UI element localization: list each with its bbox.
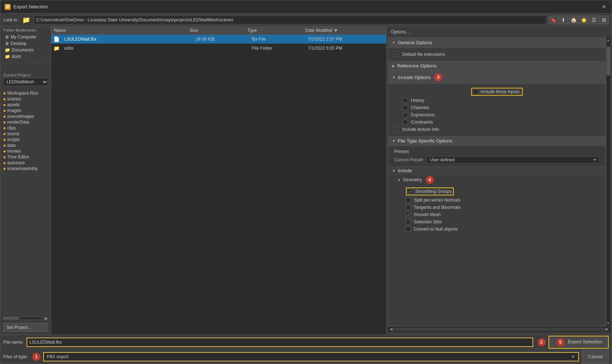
sidebar-item-time-editor[interactable]: ■ Time Editor xyxy=(0,154,51,160)
texture-info-checkbox[interactable] xyxy=(394,127,399,132)
sidebar-item-my-computer[interactable]: 🖥 My Computer xyxy=(3,34,48,40)
general-options-header[interactable]: ▼ General Options xyxy=(388,38,605,48)
scroll-left-btn[interactable]: ◀ xyxy=(389,327,392,331)
folder-icon: 📁 xyxy=(22,16,30,24)
set-project-button[interactable]: Set Project... xyxy=(3,323,48,332)
file-type-options-header[interactable]: ▼ File Type Specific Options xyxy=(388,136,605,146)
geometry-header[interactable]: ▼ Geometry 4 xyxy=(388,175,605,185)
toolbar-list-btn[interactable]: ☰ xyxy=(589,16,599,24)
history-checkbox[interactable] xyxy=(403,98,408,103)
assets-icon: ■ xyxy=(3,103,6,107)
col-date-header[interactable]: Date Modified ▼ xyxy=(302,26,386,34)
sidebar-item-desktop[interactable]: 🖥 Desktop xyxy=(3,40,48,47)
general-options-title: General Options xyxy=(398,40,432,45)
col-size-header[interactable]: Size xyxy=(187,26,245,34)
workspace-root-label: Workspace Roo xyxy=(7,91,38,96)
step-badge-3: 3 xyxy=(434,73,442,81)
options-title: Options... xyxy=(387,26,612,37)
expressions-checkbox[interactable] xyxy=(403,112,408,117)
selection-sets-checkbox[interactable] xyxy=(406,219,411,224)
scroll-thumb[interactable] xyxy=(607,46,610,75)
file-size xyxy=(193,47,249,49)
options-panel: Options... ▼ General Options Default fil… xyxy=(387,26,612,335)
sidebar-item-label: sourceimages xyxy=(7,114,34,119)
options-scroll[interactable]: ▼ General Options Default file extension… xyxy=(388,37,606,326)
vertical-scrollbar[interactable]: ▲ ▼ xyxy=(606,37,610,326)
project-dropdown[interactable]: LEDWallMesh xyxy=(3,78,48,86)
files-type-dropdown-arrow[interactable]: ▼ xyxy=(568,353,578,360)
sidebar-item-renderdata[interactable]: ■ renderData xyxy=(0,119,51,125)
smoothing-groups-row: Smoothing Groups xyxy=(406,186,588,197)
reference-options-header[interactable]: ▶ Reference Options xyxy=(388,61,605,71)
renderdata-icon: ■ xyxy=(3,120,6,124)
toolbar-grid-btn[interactable]: ⊞ xyxy=(599,16,609,24)
step-badge-5: 5 xyxy=(556,338,564,346)
toolbar-up-btn[interactable]: ⬆ xyxy=(559,16,568,24)
sidebar-item-sceneassembly[interactable]: ■ sceneAssembly xyxy=(0,166,51,171)
scroll-up-btn[interactable]: ▲ xyxy=(606,37,610,43)
filename-input[interactable] xyxy=(26,338,533,347)
sidebar-item-label: My Computer xyxy=(11,34,37,40)
sidebar-item-scripts[interactable]: ■ scripts xyxy=(0,137,51,142)
include-sub-header[interactable]: ▼ Include xyxy=(388,167,605,175)
file-icon-cell: 📄 xyxy=(51,36,61,42)
file-type-options-title: File Type Specific Options xyxy=(398,138,452,144)
sidebar-item-label: images xyxy=(7,108,21,113)
expand-arrow: ▶ xyxy=(392,64,395,68)
data-icon: ■ xyxy=(3,143,6,148)
sidebar-item-dostr[interactable]: 📁 dostr xyxy=(3,53,48,60)
step-badge-2: 2 xyxy=(538,338,546,346)
sidebar-item-scenes[interactable]: ■ scenes xyxy=(0,96,51,102)
file-row[interactable]: 📄 LSULEDWall.fbx 24.09 KiB fbx File 7/2/… xyxy=(51,35,386,44)
preset-dropdown-arrow[interactable]: ▼ xyxy=(591,157,599,163)
sidebar-item-label: scripts xyxy=(7,137,20,142)
file-date: 7/1/2022 6:05 PM xyxy=(305,45,386,51)
sidebar-item-assets[interactable]: ■ assets xyxy=(0,102,51,108)
files-type-bar: Files of type: 1 FBX export ▼ Cancel xyxy=(0,349,612,364)
include-options-header[interactable]: ▼ Include Options 3 xyxy=(388,71,605,84)
constraints-checkbox[interactable] xyxy=(403,120,408,125)
smooth-mesh-label: Smooth Mesh xyxy=(414,212,441,217)
sidebar-item-images[interactable]: ■ images xyxy=(0,108,51,113)
toolbar-home-btn[interactable]: 🏠 xyxy=(569,16,578,24)
sidebar-item-sourceimages[interactable]: ■ sourceimages xyxy=(0,113,51,119)
tangents-checkbox[interactable] xyxy=(406,205,411,210)
sidebar-item-data[interactable]: ■ data xyxy=(0,142,51,148)
workspace-root-icon: ■ xyxy=(3,91,6,95)
toolbar-star-btn[interactable]: ⭐ xyxy=(579,16,588,24)
export-selection-button[interactable]: 5 Export Selection xyxy=(548,336,609,349)
sidebar-item-clips[interactable]: ■ clips xyxy=(0,125,51,131)
smoothing-groups-checkbox[interactable] xyxy=(408,189,413,194)
include-inputs-checkbox[interactable] xyxy=(473,89,478,94)
col-type-header[interactable]: Type xyxy=(245,26,303,34)
step-badge-1: 1 xyxy=(32,353,40,361)
scroll-dots: · · · · · · xyxy=(16,66,35,70)
convert-null-checkbox[interactable] xyxy=(406,227,411,232)
toolbar-bookmark-btn[interactable]: 🔖 xyxy=(548,16,558,24)
channels-checkbox[interactable] xyxy=(403,105,408,110)
h-scroll-track[interactable] xyxy=(392,328,606,331)
scroll-down-btn[interactable]: ▼ xyxy=(606,320,610,326)
sidebar-item-workspace-root[interactable]: ■ Workspace Roo xyxy=(0,90,51,96)
file-icon-cell: 📁 xyxy=(51,45,61,51)
file-type-options-body: Presets Current Preset: User defined ▼ xyxy=(388,146,605,234)
expand-arrow: ▼ xyxy=(397,178,401,182)
expand-arrow: ▼ xyxy=(392,75,396,79)
history-row: History xyxy=(394,97,600,104)
step-badge-4: 4 xyxy=(426,176,434,184)
close-button[interactable]: ✕ xyxy=(600,3,607,11)
col-name-header[interactable]: Name xyxy=(51,26,187,34)
sidebar-item-sound[interactable]: ■ sound xyxy=(0,131,51,137)
cancel-button[interactable]: Cancel xyxy=(582,350,609,363)
path-input[interactable] xyxy=(34,16,546,24)
sidebar-item-autosave[interactable]: ■ autosave xyxy=(0,160,51,166)
sidebar-item-movies[interactable]: ■ movies xyxy=(0,148,51,154)
scroll-right-btn[interactable]: ▶ xyxy=(606,327,609,331)
split-normals-checkbox[interactable] xyxy=(406,198,411,203)
selection-sets-label: Selection Sets xyxy=(414,219,442,224)
resize-handle[interactable]: · · · · · · · · · · · · · · · · xyxy=(387,332,612,335)
default-ext-checkbox[interactable] xyxy=(394,52,399,57)
smooth-mesh-checkbox[interactable] xyxy=(406,212,411,217)
sidebar-item-documents[interactable]: 📁 Documents xyxy=(3,47,48,53)
file-row[interactable]: 📁 edits File Folder 7/1/2022 6:05 PM xyxy=(51,44,386,53)
